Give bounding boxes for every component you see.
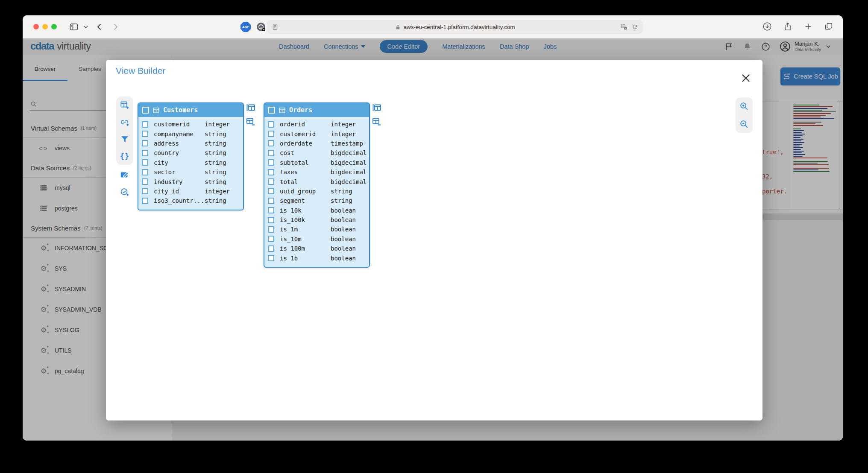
column-checkbox[interactable] xyxy=(268,198,274,204)
share-icon[interactable] xyxy=(783,22,792,31)
edit-table-icon[interactable] xyxy=(246,117,256,127)
column-row[interactable]: is_100mboolean xyxy=(264,244,369,253)
column-name: city_id xyxy=(154,188,179,195)
table-card-header[interactable]: Orders xyxy=(264,103,369,117)
column-checkbox[interactable] xyxy=(142,198,148,204)
column-checkbox[interactable] xyxy=(142,150,148,156)
add-table-button[interactable] xyxy=(120,100,130,110)
select-all-checkbox[interactable] xyxy=(268,107,275,114)
column-row[interactable]: addressstring xyxy=(138,139,243,148)
svg-text:A: A xyxy=(622,25,624,27)
table-card-orders: Ordersorderidintegercustomeridintegerord… xyxy=(264,102,370,268)
edit-view-button[interactable] xyxy=(120,170,130,180)
column-checkbox[interactable] xyxy=(268,226,274,233)
column-checkbox[interactable] xyxy=(142,169,148,175)
column-checkbox[interactable] xyxy=(268,131,274,137)
column-row[interactable]: segmentstring xyxy=(264,196,369,205)
back-button[interactable] xyxy=(94,22,105,32)
column-name: is_10k xyxy=(280,207,302,214)
expression-button[interactable]: {} xyxy=(120,151,130,161)
column-checkbox[interactable] xyxy=(142,159,148,166)
forward-button[interactable] xyxy=(110,22,120,32)
column-checkbox[interactable] xyxy=(142,178,148,185)
column-checkbox[interactable] xyxy=(268,140,274,146)
column-checkbox[interactable] xyxy=(268,121,274,128)
column-row[interactable]: uuid_groupstring xyxy=(264,187,369,196)
column-row[interactable]: is_100kboolean xyxy=(264,215,369,225)
column-checkbox[interactable] xyxy=(268,207,274,213)
column-row[interactable]: companynamestring xyxy=(138,129,243,138)
column-row[interactable]: orderidinteger xyxy=(264,120,369,129)
column-row[interactable]: sectorstring xyxy=(138,167,243,177)
column-row[interactable]: countrystring xyxy=(138,148,243,158)
column-name: subtotal xyxy=(280,159,308,166)
column-checkbox[interactable] xyxy=(268,178,274,185)
column-name: country xyxy=(154,149,179,156)
zoom-window-button[interactable] xyxy=(51,24,57,29)
reader-icon[interactable] xyxy=(271,23,279,31)
column-row[interactable]: city_idinteger xyxy=(138,187,243,196)
column-name: is_10m xyxy=(280,236,302,242)
column-checkbox[interactable] xyxy=(142,188,148,194)
zoom-in-icon[interactable] xyxy=(739,101,749,111)
column-checkbox[interactable] xyxy=(142,140,148,146)
column-checkbox[interactable] xyxy=(268,217,274,223)
column-row[interactable]: is_1bboolean xyxy=(264,253,369,263)
column-row[interactable]: customeridinteger xyxy=(138,120,243,129)
column-checkbox[interactable] xyxy=(142,121,148,128)
column-checkbox[interactable] xyxy=(268,245,274,252)
password-manager-extension-icon[interactable] xyxy=(256,22,266,32)
column-row[interactable]: is_1mboolean xyxy=(264,225,369,234)
close-window-button[interactable] xyxy=(33,24,39,29)
column-type: boolean xyxy=(331,245,356,252)
column-checkbox[interactable] xyxy=(268,150,274,156)
select-all-checkbox[interactable] xyxy=(142,107,149,114)
column-checkbox[interactable] xyxy=(268,169,274,175)
column-type: string xyxy=(205,131,226,137)
column-type: bigdecimal xyxy=(331,159,367,166)
edit-table-icon[interactable] xyxy=(372,117,382,127)
column-checkbox[interactable] xyxy=(268,236,274,242)
minimize-window-button[interactable] xyxy=(42,24,48,29)
column-row[interactable]: customeridinteger xyxy=(264,129,369,138)
table-card-header[interactable]: Customers xyxy=(138,103,243,117)
sidebar-toggle-icon[interactable] xyxy=(69,22,79,32)
filter-button[interactable] xyxy=(120,134,130,144)
new-tab-icon[interactable] xyxy=(803,22,813,31)
column-row[interactable]: orderdatetimestamp xyxy=(264,139,369,148)
chevron-down-icon[interactable] xyxy=(82,23,89,30)
column-row[interactable]: industrystring xyxy=(138,177,243,186)
close-icon[interactable] xyxy=(740,72,752,84)
table-name: Orders xyxy=(289,106,312,114)
table-card-actions xyxy=(372,102,382,127)
reload-icon[interactable] xyxy=(632,23,639,30)
adblock-extension-icon[interactable]: ABP xyxy=(240,22,251,32)
translate-icon[interactable]: Aa xyxy=(621,23,628,30)
column-checkbox[interactable] xyxy=(268,255,274,261)
add-join-button[interactable] xyxy=(120,117,130,127)
column-row[interactable]: is_10kboolean xyxy=(264,206,369,215)
column-row[interactable]: taxesbigdecimal xyxy=(264,167,369,177)
column-row[interactable]: iso3_countr...string xyxy=(138,196,243,205)
preview-table-icon[interactable] xyxy=(246,102,256,113)
preview-table-icon[interactable] xyxy=(372,102,382,113)
address-bar[interactable]: aws-eu-central-1.platform.datavirtuality… xyxy=(267,20,643,34)
table-card[interactable]: Ordersorderidintegercustomeridintegerord… xyxy=(264,102,370,268)
column-checkbox[interactable] xyxy=(268,188,274,194)
tab-overview-icon[interactable] xyxy=(824,22,833,31)
column-row[interactable]: subtotalbigdecimal xyxy=(264,158,369,167)
downloads-icon[interactable] xyxy=(762,22,772,31)
column-row[interactable]: is_10mboolean xyxy=(264,234,369,244)
column-row[interactable]: costbigdecimal xyxy=(264,148,369,158)
zoom-out-icon[interactable] xyxy=(739,119,749,129)
column-row[interactable]: citystring xyxy=(138,158,243,167)
column-row[interactable]: totalbigdecimal xyxy=(264,177,369,186)
column-name: segment xyxy=(280,197,305,204)
validate-add-button[interactable] xyxy=(120,187,130,197)
table-card[interactable]: Customerscustomeridintegercompanynamestr… xyxy=(138,102,244,210)
column-checkbox[interactable] xyxy=(142,131,148,137)
column-type: integer xyxy=(331,131,356,137)
column-name: customerid xyxy=(154,121,190,128)
column-checkbox[interactable] xyxy=(268,159,274,166)
column-type: integer xyxy=(331,121,356,128)
